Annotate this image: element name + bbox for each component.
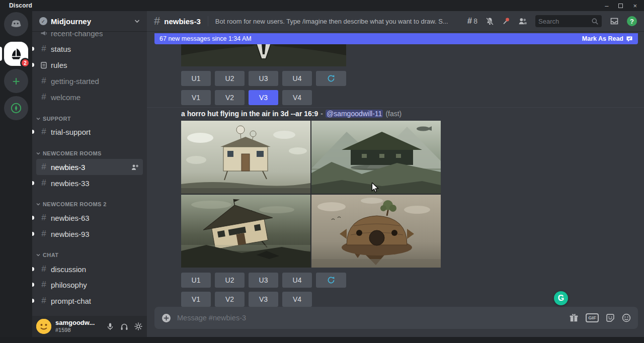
v3-button[interactable]: V3 (249, 292, 278, 307)
threads-icon: # (467, 16, 472, 26)
mention-badge: 2 (20, 58, 30, 68)
generated-image-2[interactable] (311, 121, 441, 194)
sidebar-item-trial-support[interactable]: # trial-support (36, 124, 143, 140)
member-list-icon[interactable] (518, 17, 527, 25)
server-icon-midjourney[interactable]: 2 (4, 42, 28, 66)
sidebar-item-newbies-93[interactable]: # newbies-93 (36, 226, 143, 242)
variation-row-1: V1 V2 V3 V4 (181, 90, 312, 105)
generated-image-previous[interactable] (181, 44, 346, 66)
sidebar-item-philosophy[interactable]: # philosophy (36, 277, 143, 293)
user-mention[interactable]: @samgoodwill-11 (326, 110, 383, 118)
u4-button[interactable]: U4 (282, 273, 312, 288)
v3-button-selected[interactable]: V3 (249, 90, 278, 105)
avatar[interactable] (36, 319, 51, 334)
close-icon[interactable]: × (633, 3, 637, 9)
unread-indicator (32, 181, 34, 185)
hashtag-icon: # (40, 296, 47, 306)
megaphone-icon (40, 31, 47, 37)
sidebar-item-welcome[interactable]: # welcome (36, 89, 143, 105)
v1-button[interactable]: V1 (181, 292, 211, 307)
u2-button[interactable]: U2 (215, 273, 245, 288)
username: samgoodw... (55, 319, 95, 327)
add-server-button[interactable]: + (4, 69, 28, 93)
flying-house-balloons-image (181, 121, 310, 194)
sidebar-item-prompt-chat[interactable]: # prompt-chat (36, 293, 143, 309)
reroll-button[interactable] (316, 273, 346, 288)
notifications-muted-icon[interactable] (486, 17, 494, 26)
unread-indicator (32, 130, 34, 134)
sidebar-item-rules[interactable]: rules (36, 57, 143, 73)
sidebar-item-newbies-63[interactable]: # newbies-63 (36, 210, 143, 226)
inbox-icon[interactable] (610, 17, 619, 25)
explore-servers-button[interactable] (4, 96, 28, 120)
sidebar-item-newbies-3[interactable]: # newbies-3 (36, 159, 143, 175)
reroll-button[interactable] (316, 71, 346, 86)
gift-icon[interactable] (569, 313, 579, 322)
emoji-picker-icon[interactable] (622, 313, 631, 322)
app-title: Discord (9, 2, 32, 9)
sticker-icon[interactable] (606, 313, 615, 322)
headphones-icon[interactable] (120, 322, 129, 331)
maximize-glyph (618, 4, 623, 8)
v2-button[interactable]: V2 (215, 90, 245, 105)
generated-image-grid (181, 121, 441, 268)
sidebar-item-status[interactable]: # status (36, 41, 143, 57)
search-input[interactable]: Search (535, 15, 602, 27)
microphone-icon[interactable] (106, 322, 115, 331)
user-panel: samgoodw... #1598 (32, 316, 147, 337)
maximize-icon[interactable] (618, 3, 623, 9)
user-discriminator: #1598 (55, 327, 95, 333)
home-button[interactable] (4, 12, 28, 36)
hashtag-icon: # (40, 213, 47, 223)
hashtag-icon: # (40, 76, 47, 86)
server-header[interactable]: ✓ Midjourney (32, 11, 147, 31)
smiley-avatar-icon (36, 319, 51, 334)
unread-indicator (32, 216, 34, 220)
section-newcomer-rooms-2[interactable]: NEWCOMER ROOMS 2 (36, 200, 143, 208)
pinned-messages-icon[interactable] (502, 17, 510, 25)
mark-as-read-button[interactable]: Mark As Read (582, 35, 633, 42)
sidebar-item-getting-started[interactable]: # getting-started (36, 73, 143, 89)
v1-button[interactable]: V1 (181, 90, 211, 105)
verified-badge-icon: ✓ (39, 17, 47, 25)
minimize-icon[interactable]: – (605, 3, 608, 9)
generated-image-3[interactable] (181, 195, 310, 268)
help-button[interactable]: ? (627, 16, 637, 26)
section-chat[interactable]: CHAT (36, 251, 143, 259)
hashtag-icon: # (154, 15, 160, 28)
chevron-down-icon (36, 152, 40, 155)
u4-button[interactable]: U4 (282, 71, 312, 86)
attach-plus-icon[interactable] (162, 313, 171, 323)
gear-icon[interactable] (134, 322, 143, 331)
section-support[interactable]: SUPPORT (36, 115, 143, 123)
new-messages-bar[interactable]: 67 new messages since 1:34 AM Mark As Re… (154, 33, 638, 44)
mark-as-read-label: Mark As Read (582, 35, 623, 42)
channel-topbar: # newbies-3 Bot room for new users. Type… (147, 11, 644, 31)
u1-button[interactable]: U1 (181, 71, 211, 86)
u3-button[interactable]: U3 (249, 273, 278, 288)
gif-picker-button[interactable]: GIF (586, 313, 599, 322)
sidebar-item-discussion[interactable]: # discussion (36, 261, 143, 277)
v2-button[interactable]: V2 (215, 292, 245, 307)
v4-button[interactable]: V4 (282, 292, 312, 307)
unread-indicator (32, 63, 34, 67)
threads-button[interactable]: # 8 (467, 16, 477, 26)
channel-topic[interactable]: Bot room for new users. Type /imagine th… (215, 18, 448, 25)
hashtag-icon: # (40, 127, 47, 137)
v4-button[interactable]: V4 (282, 90, 312, 105)
message-input[interactable] (177, 314, 563, 322)
unread-indicator (32, 299, 34, 303)
hashtag-icon: # (40, 229, 47, 239)
server-name: Midjourney (51, 17, 91, 26)
generated-image-1[interactable] (181, 121, 310, 194)
grammarly-widget[interactable]: G (554, 291, 568, 305)
section-newcomer-rooms[interactable]: NEWCOMER ROOMS (36, 149, 143, 157)
generated-image-4[interactable] (311, 195, 441, 268)
u3-button[interactable]: U3 (249, 71, 278, 86)
sidebar-item-recent-changes[interactable]: recent-changes (36, 31, 143, 41)
invite-people-icon[interactable] (131, 163, 139, 171)
u2-button[interactable]: U2 (215, 71, 245, 86)
u1-button[interactable]: U1 (181, 273, 211, 288)
divider (208, 16, 208, 26)
sidebar-item-newbies-33[interactable]: # newbies-33 (36, 175, 143, 191)
